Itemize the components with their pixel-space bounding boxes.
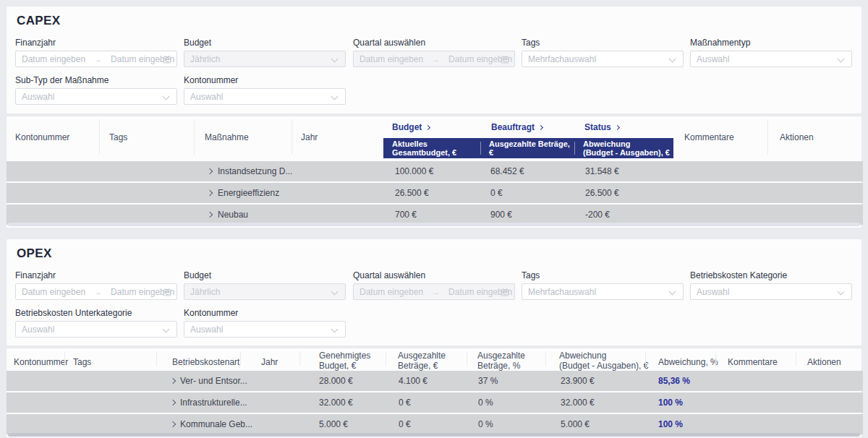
tags-multiselect[interactable]: Mehrfachauswahl — [522, 51, 684, 67]
col-tags: Tags — [109, 132, 127, 142]
paid-eur-cell: 4.100 € — [399, 377, 427, 386]
filter-label: Finanzjahr — [15, 270, 177, 280]
group-status-toggle[interactable]: Status — [584, 122, 619, 132]
betriebskostenart-cell: Ver- und Entsor... — [180, 377, 247, 386]
subtyp-select[interactable]: Auswahl — [15, 88, 177, 105]
group-label: Status — [584, 122, 611, 132]
budget-cell: 5.000 € — [319, 420, 348, 429]
opex-filter-quartal: Quartal auswählen Datum eingeben → Datum… — [353, 270, 515, 300]
opex-filter-tags: Tags Mehrfachauswahl — [522, 270, 684, 300]
massnahmentyp-select[interactable]: Auswahl — [690, 51, 852, 67]
col-kommentare: Kommentare — [728, 357, 778, 367]
horizontal-scrollbar[interactable] — [8, 433, 860, 437]
quartal-daterange-input[interactable]: Datum eingeben → Datum eingeben — [353, 51, 515, 67]
table-row: Infrastrukturelle... 32.000 € 0 € 0 % 32… — [7, 392, 863, 413]
capex-filter-massnahmentyp: Maßnahmentyp Auswahl — [690, 38, 852, 67]
expand-row-icon[interactable] — [207, 212, 213, 218]
deviation-eur-cell: 32.000 € — [561, 398, 595, 408]
column-divider — [156, 352, 157, 366]
table-row: Instandsetzung D... 100.000 € 68.452 € 3… — [7, 161, 863, 181]
table-row: Energieeffizienz 26.500 € 0 € 26.500 € — [7, 183, 863, 203]
expand-row-icon[interactable] — [170, 378, 176, 384]
budget-select[interactable]: Jährlich — [184, 283, 346, 300]
calendar-icon — [163, 55, 171, 66]
budget-cell: 26.500 € — [395, 189, 429, 198]
expand-row-icon[interactable] — [170, 421, 176, 427]
col-betriebskostenart: Betriebskostenart — [172, 357, 239, 367]
massnahme-cell: Energieeffizienz — [218, 189, 279, 198]
budget-select[interactable]: Jährlich — [184, 51, 346, 67]
group-budget-toggle[interactable]: Budget — [392, 122, 430, 132]
select-value: Mehrfachauswahl — [528, 287, 596, 297]
select-value: Auswahl — [190, 92, 223, 102]
filter-label: Finanzjahr — [15, 38, 177, 48]
filter-label: Budget — [184, 38, 346, 48]
range-arrow-icon: → — [432, 55, 440, 64]
chevron-down-icon — [669, 288, 676, 296]
col-abweichung-pct: Abweichung, % — [658, 357, 718, 367]
subcol-abweichung: Abweichung(Budget - Ausgaben), € — [574, 138, 673, 158]
expand-group-icon — [538, 125, 543, 130]
budget-cell: 28.000 € — [319, 377, 353, 386]
paid-pct-cell: 0 % — [478, 398, 493, 408]
deviation-eur-cell: 5.000 € — [561, 420, 590, 429]
chevron-down-icon — [331, 56, 339, 63]
column-divider — [299, 352, 300, 366]
group-label: Budget — [392, 122, 422, 132]
filter-label: Kontonummer — [184, 75, 346, 85]
col-aktionen: Aktionen — [780, 132, 814, 142]
filter-label: Betriebskosten Unterkategorie — [15, 308, 177, 318]
filter-label: Maßnahmentyp — [690, 38, 852, 48]
opex-filter-unterkategorie: Betriebskosten Unterkategorie Auswahl — [15, 308, 177, 338]
paid-eur-cell: 0 € — [399, 398, 411, 408]
column-divider — [545, 352, 546, 366]
capex-filter-tags: Tags Mehrfachauswahl — [522, 38, 684, 67]
kontonummer-select[interactable]: Auswahl — [184, 321, 346, 338]
chevron-down-icon — [669, 56, 676, 63]
finanzjahr-daterange-input[interactable]: Datum eingeben → Datum eingeben — [15, 283, 177, 300]
opex-filter-budget: Budget Jährlich — [184, 270, 346, 300]
col-ausgezahlte-eur: AusgezahlteBeträge, € — [398, 351, 446, 371]
date-start-placeholder: Datum eingeben — [22, 287, 85, 297]
paid-cell: 68.452 € — [490, 167, 524, 176]
paid-pct-cell: 0 % — [478, 420, 493, 429]
filter-label: Quartal auswählen — [353, 270, 515, 280]
range-arrow-icon: → — [94, 288, 102, 296]
group-beauftragt-toggle[interactable]: Beauftragt — [491, 122, 542, 132]
opex-filter-finanzjahr: Finanzjahr Datum eingeben → Datum eingeb… — [15, 270, 177, 300]
table-row: Kommunale Geb... 5.000 € 0 € 0 % 5.000 €… — [7, 414, 863, 434]
opex-filter-kontonummer: Kontonummer Auswahl — [184, 308, 346, 338]
filter-label: Kontonummer — [184, 308, 346, 318]
range-arrow-icon: → — [94, 55, 102, 64]
finanzjahr-daterange-input[interactable]: Datum eingeben → Datum eingeben — [15, 51, 177, 67]
capex-table: Kontonummer Tags Maßnahme Jahr Kommentar… — [6, 116, 862, 228]
chevron-down-icon — [838, 56, 845, 63]
capex-filter-subtyp: Sub-Typ der Maßnahme Auswahl — [15, 75, 177, 105]
capex-filter-quartal: Quartal auswählen Datum eingeben → Datum… — [353, 38, 515, 67]
paid-pct-cell: 37 % — [478, 377, 498, 386]
chevron-down-icon — [331, 93, 339, 100]
tags-multiselect[interactable]: Mehrfachauswahl — [522, 283, 684, 300]
column-divider — [645, 352, 646, 366]
kontonummer-select[interactable]: Auswahl — [184, 88, 346, 105]
chevron-down-icon — [331, 326, 339, 333]
table-row: Neubau 700 € 900 € -200 € — [7, 205, 863, 225]
kategorie-select[interactable]: Auswahl — [690, 283, 852, 300]
betriebskostenart-cell: Infrastrukturelle... — [180, 398, 247, 408]
select-value: Jährlich — [190, 54, 220, 64]
budget-cell: 700 € — [395, 210, 417, 220]
expand-group-icon — [425, 125, 430, 130]
column-divider — [767, 120, 768, 155]
subcol-ausgezahlte-betraege: Ausgezahlte Beträge, € — [480, 138, 574, 158]
expand-row-icon[interactable] — [207, 168, 213, 174]
unterkategorie-select[interactable]: Auswahl — [15, 321, 177, 338]
massnahme-cell: Instandsetzung D... — [218, 167, 292, 176]
capex-filter-budget: Budget Jährlich — [184, 38, 346, 67]
horizontal-scrollbar[interactable] — [8, 223, 860, 226]
filter-label: Betriebskosten Kategorie — [690, 270, 852, 280]
expand-row-icon[interactable] — [170, 400, 176, 405]
betriebskostenart-cell: Kommunale Geb... — [180, 420, 252, 429]
quartal-daterange-input[interactable]: Datum eingeben → Datum eingeben — [353, 283, 515, 300]
expand-row-icon[interactable] — [207, 190, 213, 196]
budget-cell: 32.000 € — [319, 398, 353, 408]
